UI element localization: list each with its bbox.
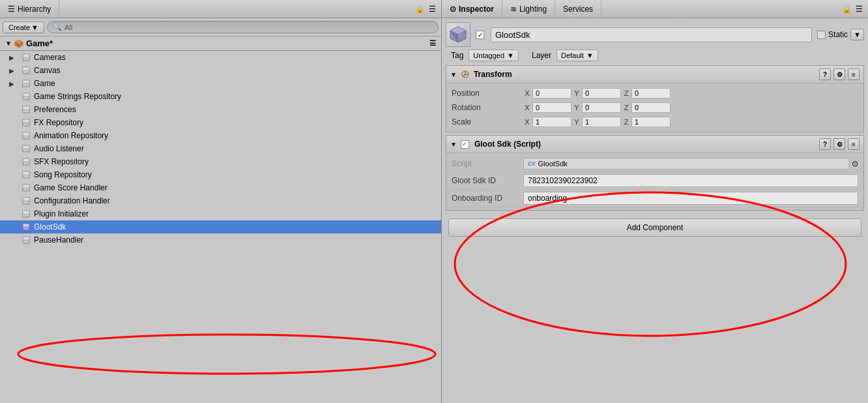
object-icon-box bbox=[446, 22, 470, 47]
object-name-field[interactable] bbox=[491, 27, 812, 42]
rotation-x-field[interactable] bbox=[532, 102, 571, 113]
inspector-panel: ⊙ Inspector ≋ Lighting Services 🔒 ☰ bbox=[442, 0, 868, 403]
item-cube-icon bbox=[22, 118, 31, 127]
rotation-row: Rotation X Y Z bbox=[446, 100, 863, 115]
inspector-header-right: 🔒 ☰ bbox=[837, 0, 868, 18]
svg-rect-5 bbox=[23, 54, 29, 57]
layer-label: Layer bbox=[532, 51, 551, 60]
list-item[interactable]: Animation Repository bbox=[0, 129, 441, 142]
settings-icon-button[interactable]: ⚙ bbox=[833, 138, 845, 150]
script-component: ▼ ✓ Gloot Sdk (Script) ? ⚙ ≡ Script C# bbox=[446, 135, 864, 211]
tag-dropdown[interactable]: Untagged ▼ bbox=[469, 50, 519, 61]
static-dropdown-button[interactable]: ▼ bbox=[850, 29, 864, 40]
scale-label: Scale bbox=[452, 117, 523, 127]
root-arrow-icon: ▼ bbox=[5, 40, 12, 47]
more-icon-button[interactable]: ≡ bbox=[848, 138, 860, 150]
sdk-id-row: Gloot Sdk ID bbox=[446, 172, 863, 190]
list-item[interactable]: FX Repository bbox=[0, 116, 441, 129]
position-label: Position bbox=[452, 89, 523, 98]
rotation-z-field[interactable] bbox=[631, 102, 671, 113]
hierarchy-header-right: 🔒 ☰ bbox=[410, 0, 441, 18]
y-label: Y bbox=[573, 118, 581, 126]
list-item[interactable]: ▶ Game bbox=[0, 77, 441, 90]
list-item[interactable]: Game Strings Repository bbox=[0, 90, 441, 103]
hierarchy-tab[interactable]: ☰ Hierarchy bbox=[0, 0, 59, 18]
transform-title: Transform bbox=[474, 70, 512, 79]
object-cube-icon bbox=[449, 25, 467, 44]
help-icon-button[interactable]: ? bbox=[819, 138, 831, 150]
search-box[interactable]: 🔍 All bbox=[47, 21, 439, 33]
create-button[interactable]: Create ▼ bbox=[3, 22, 44, 33]
x-label: X bbox=[523, 89, 531, 97]
list-item[interactable]: PauseHandler bbox=[0, 233, 441, 246]
more-icon-button[interactable]: ≡ bbox=[848, 68, 860, 80]
y-label: Y bbox=[573, 89, 581, 97]
item-cube-icon bbox=[22, 196, 31, 205]
position-z-field[interactable] bbox=[631, 88, 671, 98]
create-label: Create bbox=[8, 23, 30, 31]
layer-dropdown[interactable]: Default ▼ bbox=[557, 50, 598, 61]
services-tab[interactable]: Services bbox=[555, 0, 601, 18]
inspector-tab[interactable]: ⊙ Inspector bbox=[442, 0, 502, 18]
onboarding-id-row: Onboarding ID bbox=[446, 190, 863, 207]
list-item[interactable]: Audio Listener bbox=[0, 142, 441, 155]
item-label: Audio Listener bbox=[34, 144, 84, 153]
sdk-id-label: Gloot Sdk ID bbox=[452, 176, 523, 185]
active-checkbox[interactable]: ✓ bbox=[476, 31, 484, 39]
hierarchy-panel: ☰ Hierarchy 🔒 ☰ Create ▼ 🔍 All ▼ bbox=[0, 0, 442, 403]
scale-y-field[interactable] bbox=[582, 117, 621, 127]
static-row: Static ▼ bbox=[817, 29, 864, 40]
list-item[interactable]: Plugin Initializer bbox=[0, 207, 441, 220]
position-x-field[interactable] bbox=[532, 88, 571, 98]
position-y-field[interactable] bbox=[582, 88, 621, 98]
item-cube-icon bbox=[22, 66, 31, 75]
inspector-icon: ⊙ bbox=[450, 5, 456, 14]
hierarchy-root-item[interactable]: ▼ Game* ☰ bbox=[0, 37, 441, 51]
script-collapse-arrow: ▼ bbox=[450, 141, 457, 148]
script-body: Script C# GlootSdk ⊙ Gloot Sdk ID bbox=[446, 153, 863, 210]
item-label: Game bbox=[34, 79, 55, 88]
lighting-tab-label: Lighting bbox=[519, 5, 547, 14]
item-label: Cameras bbox=[34, 53, 66, 62]
script-pick-icon[interactable]: ⊙ bbox=[852, 159, 858, 168]
list-item[interactable]: Configuration Handler bbox=[0, 194, 441, 207]
item-cube-icon bbox=[22, 131, 31, 140]
rotation-y-field[interactable] bbox=[582, 102, 621, 113]
svg-rect-25 bbox=[23, 185, 29, 188]
lighting-tab[interactable]: ≋ Lighting bbox=[502, 0, 555, 18]
script-title: Gloot Sdk (Script) bbox=[474, 140, 541, 149]
settings-icon-button[interactable]: ⚙ bbox=[833, 68, 845, 80]
svg-rect-17 bbox=[23, 132, 29, 136]
item-label: Configuration Handler bbox=[34, 196, 110, 205]
script-cs-icon: C# bbox=[528, 160, 536, 167]
add-component-button[interactable]: Add Component bbox=[448, 218, 861, 237]
arrow-icon: ▶ bbox=[9, 54, 17, 61]
transform-icon bbox=[461, 70, 470, 79]
svg-rect-7 bbox=[23, 67, 29, 70]
sdk-id-field[interactable] bbox=[523, 174, 858, 187]
list-item[interactable]: Song Repository bbox=[0, 168, 441, 181]
list-item[interactable]: ▶ Cameras bbox=[0, 51, 441, 64]
list-item[interactable]: Game Score Handler bbox=[0, 181, 441, 194]
layer-dropdown-arrow: ▼ bbox=[586, 52, 594, 59]
item-label: Animation Repository bbox=[34, 131, 108, 140]
static-checkbox[interactable] bbox=[817, 31, 826, 39]
search-placeholder: All bbox=[65, 23, 72, 31]
list-item[interactable]: Preferences bbox=[0, 103, 441, 116]
scale-z-field[interactable] bbox=[631, 117, 671, 127]
scale-x-field[interactable] bbox=[532, 117, 571, 127]
item-cube-icon bbox=[22, 170, 31, 179]
onboarding-id-field[interactable] bbox=[523, 192, 858, 205]
list-item[interactable]: SFX Repository bbox=[0, 155, 441, 168]
hierarchy-tab-icon: ☰ bbox=[8, 5, 15, 14]
svg-rect-9 bbox=[23, 80, 29, 83]
tag-dropdown-arrow: ▼ bbox=[507, 52, 514, 59]
help-icon-button[interactable]: ? bbox=[819, 68, 831, 80]
list-item-glootsdk[interactable]: GlootSdk bbox=[0, 220, 441, 233]
hierarchy-tab-label: Hierarchy bbox=[18, 5, 51, 14]
script-active-checkbox[interactable]: ✓ bbox=[461, 140, 469, 149]
item-label: Plugin Initializer bbox=[34, 209, 89, 218]
script-header-icons: ? ⚙ ≡ bbox=[819, 138, 860, 150]
list-item[interactable]: ▶ Canvas bbox=[0, 64, 441, 77]
lock-icon: 🔒 bbox=[415, 5, 425, 14]
